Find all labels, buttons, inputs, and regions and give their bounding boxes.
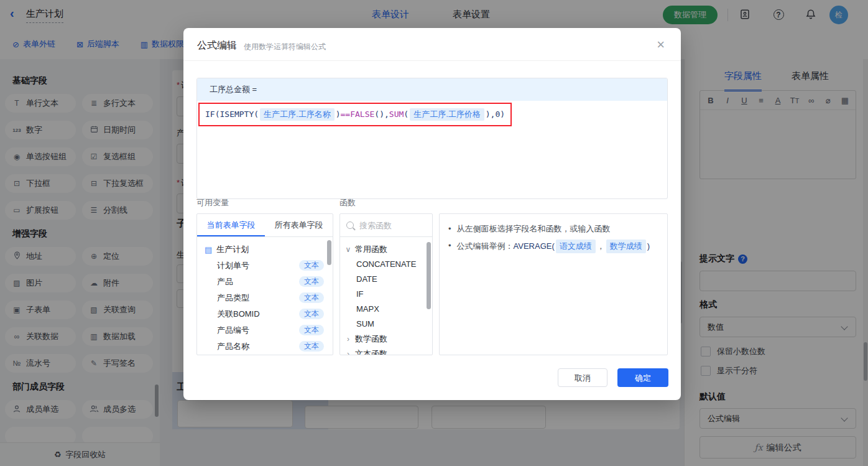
hint-text: 公式编辑举例：AVERAGE(语文成绩，数学成绩) [457, 240, 650, 253]
formula-highlight-box: IF(ISEMPTY(生产工序.工序名称)==FALSE(),SUM(生产工序.… [198, 103, 512, 126]
function-item[interactable]: SUM [340, 317, 432, 332]
function-group-label: 常用函数 [355, 244, 387, 255]
formula-token: (), [374, 110, 389, 119]
field-chip[interactable]: 语文成绩 [556, 240, 596, 253]
variable-name: 产品类型 [217, 293, 249, 302]
tab-当前表单字段[interactable]: 当前表单字段 [197, 214, 265, 236]
variable-name: 产品 [217, 277, 233, 286]
function-item[interactable]: CONCATENATE [340, 257, 432, 272]
variable-name: 关联BOMID [217, 309, 260, 319]
function-item[interactable]: IF [340, 287, 432, 302]
type-tag: 文本 [299, 325, 324, 335]
field-chip[interactable]: 生产工序.工序名称 [260, 108, 335, 121]
formula-token: SUM [389, 110, 404, 119]
function-group-label: 数学函数 [355, 333, 387, 345]
form-icon: ▤ [205, 245, 212, 254]
close-icon[interactable]: × [657, 37, 665, 53]
type-tag: 文本 [299, 260, 324, 271]
variables-label: 可用变量 [196, 197, 229, 208]
variable-row[interactable]: 关联BOMID文本 [197, 306, 333, 322]
modal-title: 公式编辑 [197, 39, 237, 52]
variable-row[interactable]: 计划单号文本 [197, 258, 333, 274]
type-tag: 文本 [299, 341, 324, 352]
functions-panel: ∨常用函数CONCATENATEDATEIFMAPXSUM›数学函数›文本函数 [339, 213, 433, 355]
hint-line: •公式编辑举例：AVERAGE(语文成绩，数学成绩) [448, 240, 658, 253]
function-group[interactable]: ›数学函数 [340, 332, 432, 347]
function-group[interactable]: ›文本函数 [340, 347, 432, 355]
field-chip[interactable]: 生产工序.工序价格 [410, 108, 484, 121]
type-tag: 文本 [299, 292, 324, 303]
formula-token: IF(ISEMPTY( [205, 110, 259, 119]
bullet-icon: • [448, 240, 451, 253]
formula-target: 工序总金额 = [197, 78, 667, 101]
tab-所有表单字段[interactable]: 所有表单字段 [265, 214, 333, 236]
field-chip[interactable]: 数学成绩 [606, 240, 646, 253]
variable-row[interactable]: 产品类型文本 [197, 290, 333, 306]
type-tag: 文本 [299, 276, 324, 287]
chevron-right-icon: › [345, 335, 351, 343]
modal-subtitle: 使用数学运算符编辑公式 [244, 42, 326, 52]
scrollbar-thumb[interactable] [427, 242, 431, 309]
chevron-right-icon: › [345, 350, 351, 355]
function-group[interactable]: ∨常用函数 [340, 242, 432, 257]
formula-token: ),0) [486, 110, 505, 119]
functions-label: 函数 [339, 197, 356, 208]
variable-name: 产品编号 [217, 325, 249, 335]
hints-panel: •从左侧面板选择字段名和函数，或输入函数•公式编辑举例：AVERAGE(语文成绩… [439, 213, 668, 355]
formula-token: ) [336, 110, 341, 119]
formula-token: ( [404, 110, 409, 119]
chevron-down-icon: ∨ [345, 245, 351, 254]
variable-row[interactable]: 产品文本 [197, 274, 333, 290]
hint-segment: 公式编辑举例： [457, 241, 514, 251]
divider [183, 60, 681, 61]
hint-segment: 从左侧面板选择字段名和函数，或输入函数 [457, 224, 611, 233]
variable-name: 产品名称 [217, 342, 249, 351]
formula-token: ==FALSE [341, 110, 375, 119]
hint-segment: ， [597, 241, 605, 251]
ok-button[interactable]: 确定 [617, 368, 668, 387]
form-tree-root[interactable]: ▤ 生产计划 [197, 237, 333, 258]
type-tag: 文本 [299, 309, 324, 319]
formula-edit-modal: 公式编辑 使用数学运算符编辑公式 × 工序总金额 = IF(ISEMPTY(生产… [183, 28, 681, 400]
function-search-input[interactable] [358, 220, 423, 231]
variables-panel: 当前表单字段所有表单字段 ▤ 生产计划 计划单号文本产品文本产品类型文本关联BO… [196, 213, 333, 355]
hint-line: •从左侧面板选择字段名和函数，或输入函数 [448, 223, 658, 235]
scrollbar-thumb[interactable] [327, 240, 331, 265]
hint-segment: ) [647, 241, 650, 251]
variable-name: 计划单号 [217, 261, 249, 270]
function-search[interactable] [340, 214, 432, 237]
search-icon [346, 221, 354, 229]
formula-expression[interactable]: IF(ISEMPTY(生产工序.工序名称)==FALSE(),SUM(生产工序.… [205, 108, 505, 119]
hint-segment: AVERAGE( [514, 241, 555, 251]
bullet-icon: • [448, 223, 451, 235]
variable-row[interactable]: 产品编号文本 [197, 322, 333, 338]
function-item[interactable]: DATE [340, 272, 432, 287]
function-group-label: 文本函数 [355, 348, 387, 355]
variable-row[interactable]: 产品名称文本 [197, 338, 333, 355]
hint-text: 从左侧面板选择字段名和函数，或输入函数 [457, 223, 611, 235]
cancel-button[interactable]: 取消 [558, 368, 607, 387]
function-item[interactable]: MAPX [340, 302, 432, 317]
formula-editor[interactable]: 工序总金额 = IF(ISEMPTY(生产工序.工序名称)==FALSE(),S… [196, 78, 668, 199]
